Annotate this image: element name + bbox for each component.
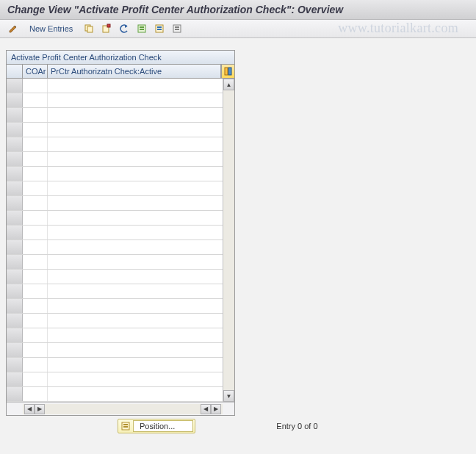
table-row (7, 181, 223, 196)
cell-prctr-check[interactable] (48, 372, 223, 386)
row-selector[interactable] (7, 137, 23, 151)
row-selector[interactable] (7, 181, 23, 195)
cell-coar[interactable] (23, 196, 48, 210)
toggle-display-change-icon[interactable] (6, 22, 21, 35)
new-entries-button[interactable]: New Entries (24, 23, 79, 35)
cell-prctr-check[interactable] (48, 270, 223, 284)
cell-coar[interactable] (23, 387, 48, 401)
cell-coar[interactable] (23, 226, 48, 239)
cell-coar[interactable] (23, 255, 48, 269)
cell-prctr-check[interactable] (48, 343, 223, 357)
cell-coar[interactable] (23, 137, 48, 151)
row-selector[interactable] (7, 79, 23, 93)
row-selector[interactable] (7, 255, 23, 269)
cell-coar[interactable] (23, 284, 48, 298)
cell-prctr-check[interactable] (48, 328, 223, 342)
row-selector[interactable] (7, 167, 23, 181)
table-row (7, 328, 223, 343)
cell-prctr-check[interactable] (48, 137, 223, 151)
scroll-last-icon[interactable]: ▶ (211, 404, 221, 414)
row-selector[interactable] (7, 108, 23, 122)
horizontal-scrollbar[interactable]: ◀ ▶ ◀ ▶ (7, 402, 234, 415)
page-title: Change View "Activate Profit Center Auth… (0, 0, 476, 20)
cell-prctr-check[interactable] (48, 255, 223, 269)
cell-prctr-check[interactable] (48, 152, 223, 166)
cell-coar[interactable] (23, 93, 48, 107)
cell-coar[interactable] (23, 167, 48, 181)
select-block-icon[interactable] (152, 22, 167, 35)
delete-icon[interactable] (99, 22, 114, 35)
row-selector[interactable] (7, 314, 23, 328)
row-selector[interactable] (7, 226, 23, 239)
svg-rect-1 (87, 26, 93, 32)
cell-prctr-check[interactable] (48, 358, 223, 372)
cell-prctr-check[interactable] (48, 314, 223, 328)
undo-change-icon[interactable] (117, 22, 131, 35)
row-selector[interactable] (7, 270, 23, 284)
scroll-first-icon[interactable]: ◀ (24, 404, 35, 414)
table-row (7, 123, 223, 137)
cell-prctr-check[interactable] (48, 226, 223, 239)
table-settings-icon[interactable] (221, 65, 234, 78)
cell-prctr-check[interactable] (48, 387, 223, 401)
cell-coar[interactable] (23, 299, 48, 313)
cell-coar[interactable] (23, 343, 48, 357)
row-selector[interactable] (7, 240, 23, 254)
svg-rect-9 (157, 29, 162, 30)
scroll-down-icon[interactable]: ▼ (223, 390, 234, 402)
row-selector[interactable] (7, 387, 23, 401)
cell-coar[interactable] (23, 211, 48, 225)
table-row (7, 387, 223, 402)
copy-as-icon[interactable] (82, 22, 96, 35)
cell-prctr-check[interactable] (48, 79, 223, 93)
deselect-all-icon[interactable] (170, 22, 184, 35)
cell-prctr-check[interactable] (48, 299, 223, 313)
cell-coar[interactable] (23, 358, 48, 372)
cell-coar[interactable] (23, 314, 48, 328)
row-selector[interactable] (7, 372, 23, 386)
cell-prctr-check[interactable] (48, 108, 223, 122)
table-row (7, 284, 223, 299)
position-button[interactable]: Position... (118, 419, 195, 433)
cell-coar[interactable] (23, 79, 48, 93)
cell-prctr-check[interactable] (48, 196, 223, 210)
row-selector[interactable] (7, 211, 23, 225)
scroll-up-icon[interactable]: ▲ (223, 79, 234, 90)
row-selector[interactable] (7, 93, 23, 107)
table-row (7, 358, 223, 372)
cell-coar[interactable] (23, 108, 48, 122)
cell-coar[interactable] (23, 181, 48, 195)
cell-coar[interactable] (23, 240, 48, 254)
table-row (7, 240, 223, 255)
column-header-coar[interactable]: COAr (23, 65, 48, 78)
cell-coar[interactable] (23, 152, 48, 166)
row-selector[interactable] (7, 196, 23, 210)
scroll-right-icon[interactable]: ◀ (201, 404, 211, 414)
cell-prctr-check[interactable] (48, 181, 223, 195)
cell-coar[interactable] (23, 372, 48, 386)
table-row (7, 137, 223, 152)
scroll-left-icon[interactable]: ▶ (35, 404, 45, 414)
cell-prctr-check[interactable] (48, 211, 223, 225)
row-selector[interactable] (7, 284, 23, 298)
cell-coar[interactable] (23, 123, 48, 137)
cell-prctr-check[interactable] (48, 167, 223, 181)
cell-coar[interactable] (23, 270, 48, 284)
scroll-track-horizontal[interactable]: ◀ ▶ ◀ ▶ (23, 404, 223, 414)
select-all-icon[interactable] (134, 22, 149, 35)
cell-prctr-check[interactable] (48, 93, 223, 107)
scroll-track-vertical[interactable] (223, 90, 234, 390)
cell-coar[interactable] (23, 328, 48, 342)
cell-prctr-check[interactable] (48, 240, 223, 254)
row-selector[interactable] (7, 328, 23, 342)
row-selector[interactable] (7, 343, 23, 357)
row-selector[interactable] (7, 358, 23, 372)
cell-prctr-check[interactable] (48, 284, 223, 298)
cell-prctr-check[interactable] (48, 123, 223, 137)
row-selector[interactable] (7, 299, 23, 313)
row-selector[interactable] (7, 123, 23, 137)
column-header-prctr-check[interactable]: PrCtr Authorizatn Check:Active (48, 65, 221, 78)
vertical-scrollbar[interactable]: ▲ ▼ (223, 79, 234, 402)
row-selector[interactable] (7, 152, 23, 166)
footer-bar: Position... Entry 0 of 0 (0, 419, 476, 433)
